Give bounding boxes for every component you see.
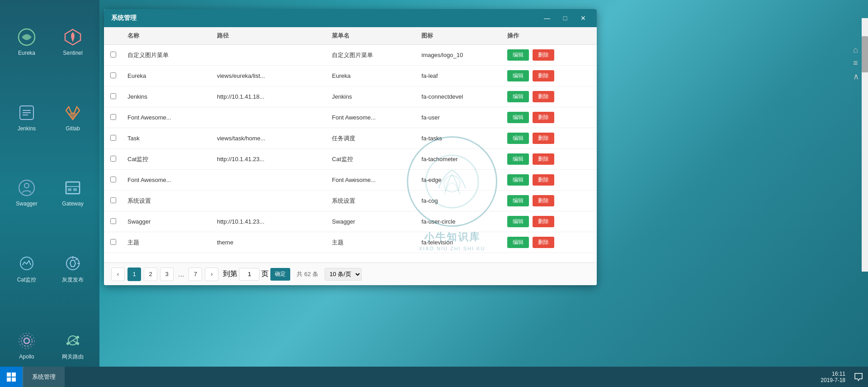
chevron-up-icon[interactable]: ∧: [853, 72, 859, 81]
row-checkbox[interactable]: [110, 114, 116, 120]
sidebar-item-sentinel[interactable]: Sentinel: [51, 5, 95, 78]
delete-button[interactable]: 删除: [533, 195, 554, 206]
row-checkbox[interactable]: [110, 177, 116, 182]
edit-button[interactable]: 编辑: [507, 133, 529, 144]
edit-button[interactable]: 编辑: [507, 153, 529, 165]
page-confirm-button[interactable]: 确定: [270, 268, 290, 281]
row-icon: fa-edge: [416, 170, 502, 191]
sidebar-item-jenkins[interactable]: Jenkins: [5, 80, 49, 154]
col-icon: 图标: [416, 27, 502, 45]
delete-button[interactable]: 删除: [533, 91, 554, 102]
row-menu-name: 任务调度: [326, 128, 416, 149]
delete-button[interactable]: 删除: [533, 49, 554, 61]
delete-button[interactable]: 删除: [533, 237, 554, 248]
delete-button[interactable]: 删除: [533, 112, 554, 123]
row-checkbox[interactable]: [110, 52, 116, 57]
row-path: [212, 107, 309, 128]
sidebar-item-cat[interactable]: Cat监控: [5, 231, 49, 306]
home-icon[interactable]: ⌂: [853, 45, 859, 55]
row-checkbox[interactable]: [110, 93, 116, 99]
row-checkbox[interactable]: [110, 156, 116, 162]
scrollbar-thumb[interactable]: [862, 36, 868, 72]
page-jump-input[interactable]: [239, 268, 259, 281]
col-extra: [309, 27, 326, 45]
gray-deploy-icon: [62, 253, 84, 274]
row-path: theme: [212, 232, 309, 253]
row-path: [212, 45, 309, 66]
page-7-button[interactable]: 7: [189, 268, 202, 281]
edit-button[interactable]: 编辑: [507, 195, 529, 206]
row-checkbox[interactable]: [110, 135, 116, 141]
col-actions: 操作: [502, 27, 597, 45]
next-page-button[interactable]: ›: [205, 268, 218, 281]
row-actions: 编辑 删除: [502, 191, 597, 211]
row-path: [212, 170, 309, 191]
row-path: http://10.1.41.18...: [212, 86, 309, 107]
sidebar-item-gateway[interactable]: Gateway: [51, 155, 95, 229]
maximize-button[interactable]: □: [559, 12, 571, 24]
row-checkbox[interactable]: [110, 197, 116, 203]
row-menu-name: 自定义图片菜单: [326, 45, 416, 66]
edit-button[interactable]: 编辑: [507, 174, 529, 186]
table-row: 主题 theme 主题 fa-television 编辑 删除: [104, 232, 597, 253]
start-button[interactable]: [0, 367, 23, 387]
edit-button[interactable]: 编辑: [507, 49, 529, 61]
row-path: [212, 191, 309, 211]
page-3-button[interactable]: 3: [160, 268, 174, 281]
minimize-button[interactable]: —: [541, 12, 553, 24]
prev-page-button[interactable]: ‹: [111, 268, 125, 281]
row-extra: [309, 86, 326, 107]
col-checkbox: [104, 27, 122, 45]
page-2-button[interactable]: 2: [144, 268, 157, 281]
edit-button[interactable]: 编辑: [507, 216, 529, 227]
delete-button[interactable]: 删除: [533, 174, 554, 186]
menu-icon[interactable]: ≡: [853, 58, 859, 68]
table-row: Task views/task/home... 任务调度 fa-tasks 编辑…: [104, 128, 597, 149]
row-icon: fa-leaf: [416, 66, 502, 86]
row-extra: [309, 128, 326, 149]
row-icon: fa-connectdevel: [416, 86, 502, 107]
svg-rect-30: [12, 373, 16, 377]
svg-rect-32: [12, 377, 16, 382]
edit-button[interactable]: 编辑: [507, 237, 529, 248]
row-actions: 编辑 删除: [502, 66, 597, 86]
col-path: 路径: [212, 27, 309, 45]
sidebar-item-gray[interactable]: 灰度发布: [51, 231, 95, 306]
row-icon: fa-user-circle: [416, 211, 502, 232]
per-page-select[interactable]: 10 条/页 20 条/页 50 条/页: [325, 268, 362, 281]
edit-button[interactable]: 编辑: [507, 91, 529, 102]
row-path: http://10.1.41.23...: [212, 149, 309, 170]
chat-icon[interactable]: [854, 372, 863, 382]
clock-date: 2019-7-18: [821, 377, 845, 383]
delete-button[interactable]: 删除: [533, 216, 554, 227]
sidebar-item-swagger[interactable]: Swagger: [5, 155, 49, 229]
pagination-bar: ‹ 1 2 3 ... 7 › 到第 页 确定 共 62 条 10 条/页 20…: [104, 263, 597, 285]
sidebar-item-jenkins-label: Jenkins: [18, 125, 36, 132]
delete-button[interactable]: 删除: [533, 70, 554, 81]
sidebar-item-eureka[interactable]: Eureka: [5, 5, 49, 78]
col-menu-name: 菜单名: [326, 27, 416, 45]
sidebar-item-gitlab[interactable]: Gitlab: [51, 80, 95, 154]
taskbar-clock: 16:11 2019-7-18: [821, 371, 845, 383]
jenkins-icon: [16, 102, 38, 124]
close-button[interactable]: ✕: [577, 12, 590, 24]
edit-button[interactable]: 编辑: [507, 112, 529, 123]
data-table: 名称 路径 菜单名 图标 操作 自定义图片菜单 自定义图片菜单 images/l…: [104, 27, 597, 253]
delete-button[interactable]: 删除: [533, 133, 554, 144]
row-checkbox[interactable]: [110, 239, 116, 245]
gateway-icon: [62, 177, 84, 199]
taskbar-app-item[interactable]: 系统管理: [23, 367, 65, 387]
row-checkbox[interactable]: [110, 218, 116, 224]
edit-button[interactable]: 编辑: [507, 70, 529, 81]
svg-point-17: [24, 338, 29, 344]
row-checkbox-cell: [104, 66, 122, 86]
table-row: 自定义图片菜单 自定义图片菜单 images/logo_10 编辑 删除: [104, 45, 597, 66]
row-checkbox[interactable]: [110, 72, 116, 78]
row-name: Font Awesome...: [122, 107, 212, 128]
row-extra: [309, 211, 326, 232]
row-name: Task: [122, 128, 212, 149]
page-1-button[interactable]: 1: [127, 268, 141, 281]
delete-button[interactable]: 删除: [533, 153, 554, 165]
row-menu-name: Swagger: [326, 211, 416, 232]
row-actions: 编辑 删除: [502, 149, 597, 170]
